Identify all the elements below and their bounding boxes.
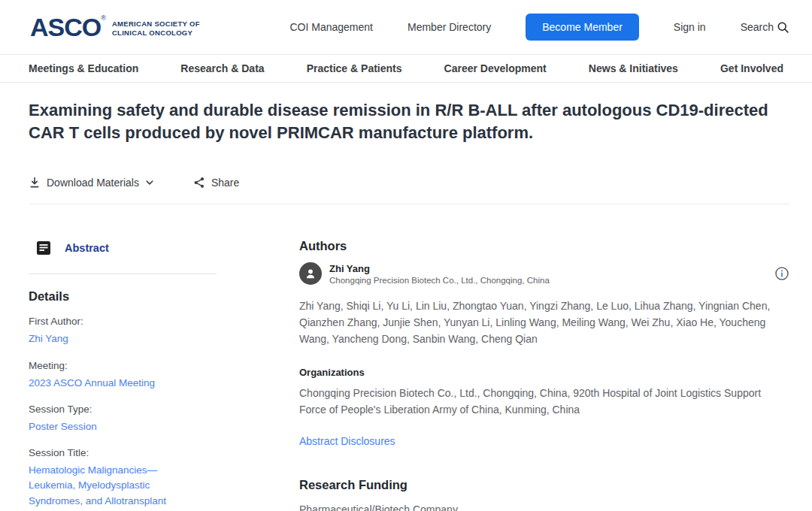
nav-research-data[interactable]: Research & Data <box>180 62 264 74</box>
nav-meetings-education[interactable]: Meetings & Education <box>29 62 138 74</box>
session-title-link[interactable]: Hematologic Malignancies—Leukemia, Myelo… <box>29 463 201 509</box>
main-nav: Meetings & Education Research & Data Pra… <box>0 54 812 83</box>
author-info-button[interactable] <box>774 266 789 281</box>
detail-label: First Author: <box>29 316 217 327</box>
nav-practice-patients[interactable]: Practice & Patients <box>307 62 402 74</box>
first-author-name: Zhi Yang <box>329 263 550 274</box>
actions-row: Download Materials Share <box>29 177 789 189</box>
person-icon <box>304 267 317 280</box>
become-member-button[interactable]: Become Member <box>526 14 639 41</box>
asco-logo-word: ASCO® <box>30 14 106 40</box>
search-icon <box>777 21 789 34</box>
coi-management-link[interactable]: COI Management <box>289 21 373 33</box>
detail-session-title: Session Title: Hematologic Malignancies—… <box>29 447 217 509</box>
top-header: ASCO® AMERICAN SOCIETY OF CLINICAL ONCOL… <box>0 0 812 54</box>
abstract-tab-label: Abstract <box>65 242 109 254</box>
sidebar: Abstract Details First Author: Zhi Yang … <box>29 239 217 511</box>
full-author-list: Zhi Yang, Shiqi Li, Yu Li, Lin Liu, Zhon… <box>299 298 789 347</box>
asco-logo-tagline: AMERICAN SOCIETY OF CLINICAL ONCOLOGY <box>112 20 200 38</box>
detail-first-author: First Author: Zhi Yang <box>29 316 217 346</box>
details-heading: Details <box>29 289 217 304</box>
nav-career-development[interactable]: Career Development <box>444 62 547 74</box>
research-funding-block: Pharmaceutical/Biotech Company ChongQing… <box>299 501 789 511</box>
asco-logo[interactable]: ASCO® AMERICAN SOCIETY OF CLINICAL ONCOL… <box>30 14 200 40</box>
page-title: Examining safety and durable disease rem… <box>29 99 789 144</box>
download-icon <box>29 177 41 189</box>
nav-news-initiatives[interactable]: News & Initiatives <box>589 62 678 74</box>
meeting-link[interactable]: 2023 ASCO Annual Meeting <box>29 376 201 391</box>
abstract-disclosures-link[interactable]: Abstract Disclosures <box>299 435 395 447</box>
avatar <box>299 262 322 285</box>
detail-label: Meeting: <box>29 360 217 371</box>
nav-get-involved[interactable]: Get Involved <box>720 62 783 74</box>
sign-in-link[interactable]: Sign in <box>674 21 706 33</box>
search-button[interactable]: Search <box>741 21 789 34</box>
header-utility-nav: COI Management Member Directory Become M… <box>289 14 789 41</box>
first-author-link[interactable]: Zhi Yang <box>29 331 201 346</box>
share-button[interactable]: Share <box>193 177 239 189</box>
session-type-link[interactable]: Poster Session <box>29 419 201 434</box>
detail-meeting: Meeting: 2023 ASCO Annual Meeting <box>29 360 217 391</box>
first-author-affiliation: Chongqing Precision Biotech Co., Ltd., C… <box>329 276 550 285</box>
page-body: Examining safety and durable disease rem… <box>0 99 812 511</box>
funding-source: Pharmaceutical/Biotech Company <box>299 501 789 511</box>
download-materials-button[interactable]: Download Materials <box>29 177 154 189</box>
first-author-card[interactable]: Zhi Yang Chongqing Precision Biotech Co.… <box>299 262 789 285</box>
detail-label: Session Title: <box>29 447 217 458</box>
sidebar-item-abstract[interactable]: Abstract <box>29 239 217 257</box>
authors-heading: Authors <box>299 239 789 253</box>
search-label: Search <box>741 21 774 33</box>
share-icon <box>193 177 205 189</box>
first-author-meta: Zhi Yang Chongqing Precision Biotech Co.… <box>329 263 550 285</box>
organizations-text: Chongqing Precision Biotech Co., Ltd., C… <box>299 386 789 418</box>
download-materials-label: Download Materials <box>47 177 139 189</box>
registered-mark: ® <box>101 14 106 22</box>
chevron-down-icon <box>145 178 154 187</box>
detail-session-type: Session Type: Poster Session <box>29 404 217 434</box>
detail-label: Session Type: <box>29 404 217 415</box>
info-icon <box>774 266 789 281</box>
share-label: Share <box>211 177 239 189</box>
research-funding-heading: Research Funding <box>299 478 789 492</box>
abstract-main-content: Authors Zhi Yang Chongqing Precision Bio… <box>299 239 789 511</box>
organizations-heading: Organizations <box>299 367 789 378</box>
sidebar-divider <box>29 274 217 274</box>
abstract-document-icon <box>36 240 51 256</box>
member-directory-link[interactable]: Member Directory <box>408 21 491 33</box>
